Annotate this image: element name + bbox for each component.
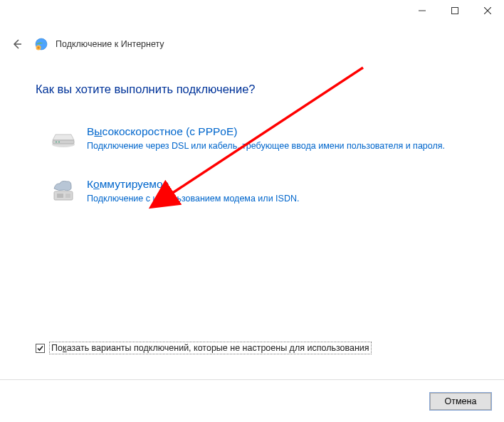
option-dialup-title: Коммутируемое (87, 177, 447, 191)
show-all-options-checkbox[interactable] (36, 344, 45, 353)
show-all-options-row[interactable]: Показать варианты подключений, которые н… (36, 342, 372, 354)
svg-rect-13 (57, 194, 63, 198)
cancel-button[interactable]: Отмена (430, 393, 491, 410)
phone-modem-icon (50, 179, 77, 201)
option-pppoe-desc: Подключение через DSL или кабель, требую… (87, 140, 447, 153)
option-dialup-desc: Подключение с использованием модема или … (87, 193, 447, 206)
minimize-button[interactable] (406, 0, 439, 21)
page-title: Как вы хотите выполнить подключение? (36, 83, 468, 96)
connection-options: Высокоскоростное (с PPPoE) Подключение ч… (50, 125, 468, 205)
option-pppoe[interactable]: Высокоскоростное (с PPPoE) Подключение ч… (50, 125, 468, 153)
svg-point-11 (58, 142, 60, 143)
wizard-footer: Отмена (0, 380, 504, 422)
option-pppoe-text: Высокоскоростное (с PPPoE) Подключение ч… (87, 125, 447, 153)
titlebar (0, 0, 504, 23)
close-button[interactable] (471, 0, 504, 21)
wizard-content: Как вы хотите выполнить подключение? Выс… (0, 61, 504, 205)
maximize-button[interactable] (439, 0, 471, 21)
wizard-header: Подключение к Интернету (0, 23, 504, 61)
option-dialup[interactable]: Коммутируемое Подключение с использовани… (50, 177, 468, 206)
modem-icon (50, 126, 77, 149)
wizard-title: Подключение к Интернету (56, 39, 164, 49)
svg-point-10 (56, 142, 57, 143)
back-button[interactable] (7, 34, 27, 54)
option-pppoe-title: Высокоскоростное (с PPPoE) (87, 125, 447, 139)
globe-icon (34, 37, 48, 51)
show-all-options-label: Показать варианты подключений, которые н… (49, 342, 372, 354)
svg-rect-1 (452, 8, 458, 14)
svg-rect-7 (38, 47, 40, 49)
option-dialup-text: Коммутируемое Подключение с использовани… (87, 177, 447, 206)
svg-rect-14 (65, 194, 70, 198)
window-controls (406, 0, 504, 21)
